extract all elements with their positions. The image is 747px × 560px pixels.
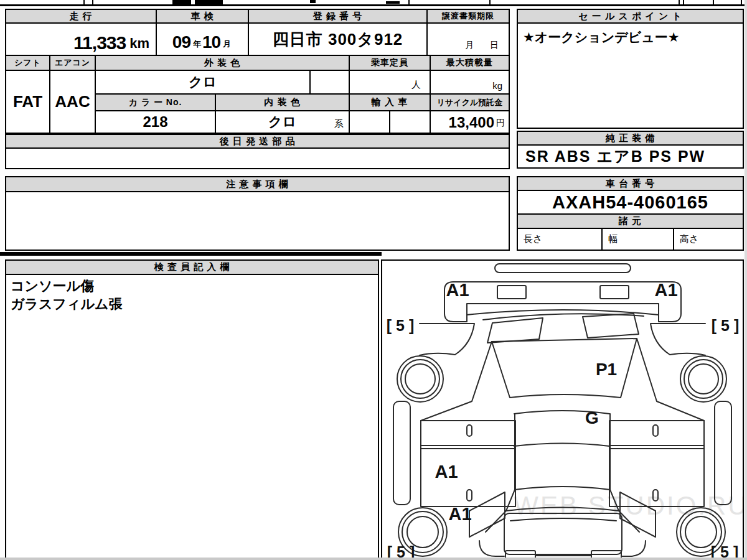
import-car-value-left: [349, 110, 390, 134]
cowl-vent-right: [583, 314, 639, 338]
inspection-header: 車 検: [156, 9, 249, 24]
recycle-deposit-header: リサイクル預託金: [430, 93, 510, 111]
notes-value: [5, 191, 510, 251]
sales-point-header: セ ー ル ス ポ イ ン ト: [517, 9, 744, 24]
cutoff-text-fragment: [310, 0, 316, 3]
mark-a1-front-right: A1: [654, 280, 677, 300]
registration-header: 登 録 番 号: [248, 9, 428, 24]
scan-edge-bottom: [0, 558, 747, 560]
later-parts-value: [5, 147, 510, 169]
equipment-value: SR ABS エアB PS PW: [517, 144, 744, 169]
exterior-color-header: 外 装 色: [95, 55, 350, 71]
auction-sheet: 走 行 車 検 登 録 番 号 譲渡書類期限 11,333 km 09 年 10…: [0, 0, 747, 560]
spec-height-cell: 高さ: [673, 228, 744, 251]
exterior-color-sub-cell: [309, 70, 350, 95]
front-fender-left: [420, 324, 474, 355]
max-load-header: 最大積載量: [430, 55, 510, 71]
shift-header: シフト: [5, 55, 50, 71]
capacity-header: 乗車定員: [349, 55, 431, 71]
inspector-header: 検 査 員 記 入 欄: [5, 259, 379, 275]
front-fender-right: [651, 324, 705, 355]
headlight-right: [600, 286, 629, 299]
mileage-value: 11,333 km: [5, 22, 157, 56]
rear-bumper-corner-left: [479, 541, 504, 556]
mark-a1-door: A1: [435, 462, 458, 482]
interior-color-value: クロ 系: [215, 110, 350, 134]
section-divider: [0, 252, 382, 256]
aircon-value: AAC: [49, 70, 96, 134]
mark-p1-windshield: P1: [596, 360, 617, 379]
recycle-deposit-value: 13,400 円: [430, 110, 510, 134]
door-handle: [467, 425, 472, 436]
transfer-deadline-header: 譲渡書類期限: [426, 9, 510, 24]
rocker-left: [393, 401, 410, 505]
transfer-deadline-value: 月日: [426, 22, 510, 56]
interior-color-header: 内 装 色: [215, 93, 350, 111]
front-wheel-right: [680, 356, 726, 402]
front-wheel-left: [397, 356, 443, 402]
roof-mid-curve: [514, 444, 609, 447]
mark-a1-rear-wheel: A1: [448, 504, 471, 524]
door-seams: [421, 446, 704, 449]
import-car-header: 輸 入 車: [349, 93, 431, 111]
sales-point-value: ★オークションデビュー★: [517, 22, 744, 129]
rear-bumper-corner-right: [622, 541, 646, 556]
mileage-header: 走 行: [5, 9, 157, 24]
inspection-value: 09 年 10 月: [156, 22, 249, 56]
cutoff-text-fragment: [172, 0, 191, 5]
cowl-vent-left: [487, 318, 543, 343]
mark-g-roof: G: [585, 408, 599, 427]
headlight-left: [497, 286, 526, 299]
front-body-outline: [444, 282, 681, 322]
max-load-value: kg: [430, 70, 510, 95]
watermark: WEB STUDIO.RU: [514, 491, 743, 520]
cutoff-text-fragment: [195, 0, 223, 5]
spec-width-cell: 幅: [601, 228, 674, 251]
damage-diagram-box: WEB STUDIO.RU: [381, 259, 744, 560]
cutoff-text-fragment: [386, 1, 400, 4]
front-bumper-strip: [495, 264, 631, 273]
mark-5-front-left: [ 5 ]: [387, 317, 414, 334]
aircon-header: エアコン: [49, 55, 96, 71]
notes-header: 注 意 事 項 欄: [5, 176, 510, 192]
rocker-right: [715, 401, 731, 505]
scan-edge-right: [745, 0, 747, 560]
chassis-number-value: AXAH54-4060165: [517, 190, 744, 215]
import-car-value-right: [389, 110, 431, 134]
cutoff-row: [0, 0, 747, 6]
mark-a1-front-left: A1: [446, 280, 469, 300]
equipment-header: 純 正 装 備: [517, 131, 744, 146]
inspector-notes: コンソール傷 ガラスフィルム張: [5, 274, 379, 560]
a-pillar-right: [637, 338, 704, 421]
color-no-value: 218: [95, 110, 216, 134]
spec-length-cell: 長さ: [517, 228, 603, 251]
later-parts-header: 後 日 発 送 部 品: [5, 134, 510, 149]
chassis-number-header: 車 台 番 号: [517, 176, 744, 191]
door-handle: [467, 490, 472, 501]
shift-value: FAT: [5, 70, 50, 134]
car-top-view-diagram: WEB STUDIO.RU: [382, 261, 743, 560]
specs-header: 諸 元: [517, 213, 744, 229]
door-handle: [653, 425, 658, 436]
exterior-color-value: クロ: [95, 70, 311, 95]
registration-value: 四日市 300タ912: [248, 22, 428, 56]
color-no-header: カ ラ ー No.: [95, 93, 216, 111]
mark-5-front-right: [ 5 ]: [712, 317, 739, 334]
capacity-value: 人: [349, 70, 431, 95]
